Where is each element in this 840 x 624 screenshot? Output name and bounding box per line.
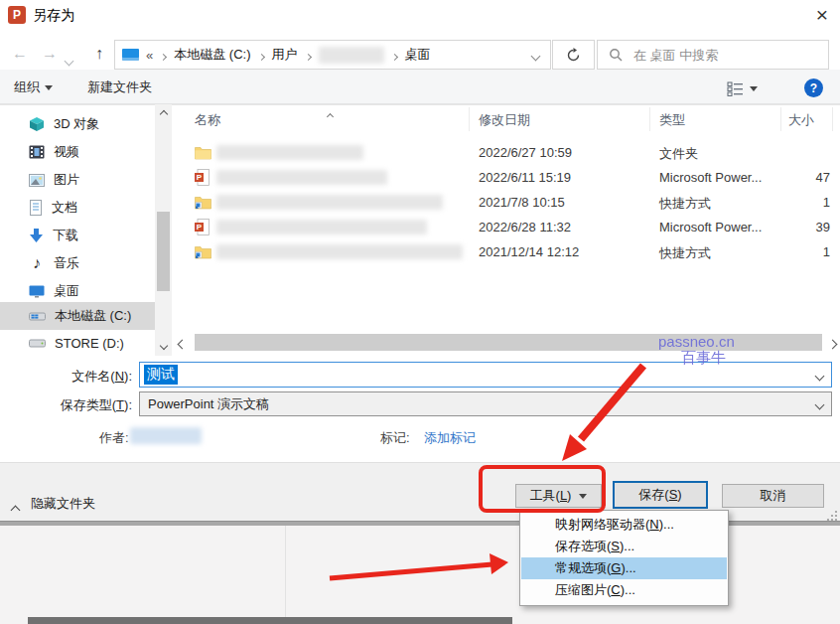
details-view-icon — [727, 81, 744, 96]
scroll-right-icon[interactable] — [823, 334, 840, 354]
close-icon[interactable]: × — [804, 0, 840, 30]
menu-item-compress-pictures[interactable]: 压缩图片(C)... — [521, 579, 727, 601]
file-size: 1 — [774, 195, 830, 210]
savetype-dropdown-chevron-icon[interactable] — [816, 396, 823, 411]
column-header-type[interactable]: 类型 — [659, 111, 685, 129]
recent-locations-chevron-icon[interactable] — [66, 51, 72, 69]
title-bar: P 另存为 × — [0, 0, 840, 30]
powerpoint-app-icon: P — [8, 6, 26, 24]
column-divider[interactable] — [469, 107, 470, 131]
breadcrumb-collapse[interactable]: « — [146, 48, 153, 63]
save-button[interactable]: 保存(S) — [613, 481, 708, 509]
file-row[interactable]: P 2022/6/11 15:19 Microsoft Power... 47 — [179, 165, 840, 190]
author-value-blurred — [130, 427, 202, 444]
file-type: 文件夹 — [659, 145, 698, 163]
author-label: 作者: — [99, 429, 129, 447]
desktop-location-icon — [122, 49, 139, 61]
scroll-up-icon[interactable] — [155, 106, 172, 122]
svg-text:P: P — [197, 173, 203, 182]
file-modified-date: 2022/6/27 10:59 — [479, 145, 572, 160]
sidebar-item-documents[interactable]: 文档 — [0, 194, 155, 222]
music-icon: ♪ — [29, 255, 45, 271]
new-folder-button[interactable]: 新建文件夹 — [87, 78, 152, 96]
refresh-button[interactable] — [552, 40, 595, 70]
organize-button[interactable]: 组织 — [14, 78, 53, 96]
horizontal-scrollbar-thumb[interactable] — [195, 334, 822, 351]
search-input[interactable] — [631, 47, 804, 64]
help-button[interactable]: ? — [804, 78, 823, 97]
column-header-name[interactable]: 名称 — [195, 111, 220, 129]
column-divider[interactable] — [832, 107, 833, 131]
up-icon[interactable]: ↑ — [85, 40, 113, 68]
column-divider[interactable] — [780, 107, 781, 131]
powerpoint-file-icon: P — [195, 219, 210, 235]
downloads-icon — [29, 228, 44, 243]
menu-item-map-network-drive[interactable]: 映射网络驱动器(N)... — [521, 514, 727, 536]
file-row[interactable]: 2021/12/14 12:12 快捷方式 1 — [179, 239, 840, 264]
breadcrumb-item-local-disk[interactable]: 本地磁盘 (C:) — [174, 46, 250, 64]
menu-item-save-options[interactable]: 保存选项(S)... — [521, 536, 727, 557]
pictures-icon — [29, 174, 45, 187]
sidebar-item-downloads[interactable]: 下载 — [0, 222, 155, 249]
sidebar-item-music[interactable]: ♪ 音乐 — [0, 249, 155, 277]
sidebar-item-label: 3D 对象 — [54, 115, 99, 133]
crumb-separator-icon — [306, 48, 311, 63]
add-tag-link[interactable]: 添加标记 — [424, 429, 476, 447]
filename-input[interactable]: 测试 — [139, 362, 832, 388]
sidebar-item-3d-objects[interactable]: 3D 对象 — [0, 110, 155, 138]
file-row[interactable]: P 2022/6/28 11:32 Microsoft Power... 39 — [179, 215, 840, 239]
column-header-modified[interactable]: 修改日期 — [479, 111, 530, 129]
videos-icon — [29, 145, 45, 159]
refresh-icon — [566, 48, 581, 63]
file-size: 39 — [774, 220, 830, 234]
forward-icon[interactable]: → — [36, 40, 64, 68]
save-button-label: 保存(S) — [638, 486, 681, 504]
save-as-dialog: P 另存为 × ← → ↑ « 本地磁盘 (C:) 用户 桌面 组织 — [0, 0, 840, 624]
powerpoint-shortcut-icon — [195, 244, 211, 259]
filename-dropdown-chevron-icon[interactable] — [816, 366, 823, 384]
hide-folders-button[interactable]: 隐藏文件夹 — [31, 495, 95, 513]
svg-text:P: P — [197, 223, 203, 232]
breadcrumb-item-users[interactable]: 用户 — [272, 46, 298, 64]
scroll-left-icon[interactable] — [173, 334, 191, 354]
file-row[interactable]: 2022/6/27 10:59 文件夹 — [179, 140, 840, 165]
tools-button-label: 工具(L) — [530, 487, 572, 505]
file-modified-date: 2022/6/28 11:32 — [479, 220, 571, 234]
chevron-down-icon — [45, 85, 53, 90]
sidebar-item-pictures[interactable]: 图片 — [0, 166, 155, 194]
sidebar-item-videos[interactable]: 视频 — [0, 138, 155, 166]
organize-label: 组织 — [14, 78, 40, 96]
savetype-value: PowerPoint 演示文稿 — [148, 395, 269, 413]
sidebar-item-label: 文档 — [52, 199, 77, 217]
scroll-down-icon[interactable] — [155, 338, 172, 354]
3d-objects-icon — [29, 116, 45, 132]
menu-item-general-options[interactable]: 常规选项(G)... — [521, 557, 727, 579]
search-box[interactable] — [597, 40, 829, 70]
breadcrumb-item-desktop[interactable]: 桌面 — [405, 46, 431, 64]
sidebar-item-store-d[interactable]: STORE (D:) — [0, 329, 155, 357]
crumb-separator-icon — [392, 48, 397, 63]
address-dropdown-chevron-icon[interactable] — [532, 48, 539, 63]
tags-label: 标记: — [380, 429, 410, 447]
file-row[interactable]: 2021/7/8 10:15 快捷方式 1 — [179, 190, 840, 215]
sidebar-item-local-disk-c[interactable]: 本地磁盘 (C:) — [0, 302, 155, 330]
background-grid-line — [285, 526, 286, 624]
file-modified-date: 2021/12/14 12:12 — [479, 244, 579, 259]
file-type: Microsoft Power... — [659, 170, 762, 185]
breadcrumb[interactable]: « 本地磁盘 (C:) 用户 桌面 — [114, 40, 551, 70]
change-view-button[interactable] — [727, 81, 758, 96]
sidebar-item-desktop[interactable]: 桌面 — [0, 277, 155, 305]
sidebar-item-label: 下载 — [53, 227, 78, 244]
back-icon[interactable]: ← — [6, 40, 34, 68]
cancel-button[interactable]: 取消 — [722, 484, 824, 508]
breadcrumb-item-username-blurred[interactable] — [319, 47, 384, 64]
column-header-size[interactable]: 大小 — [788, 111, 814, 129]
tools-button[interactable]: 工具(L) — [515, 484, 602, 508]
savetype-select[interactable]: PowerPoint 演示文稿 — [139, 391, 832, 416]
hide-folders-chevron-icon[interactable] — [12, 500, 19, 518]
file-name-blurred — [216, 220, 427, 234]
sidebar-scrollbar[interactable] — [155, 104, 172, 356]
scrollbar-thumb[interactable] — [157, 212, 170, 291]
local-disk-icon — [29, 310, 46, 323]
column-divider[interactable] — [649, 107, 650, 131]
